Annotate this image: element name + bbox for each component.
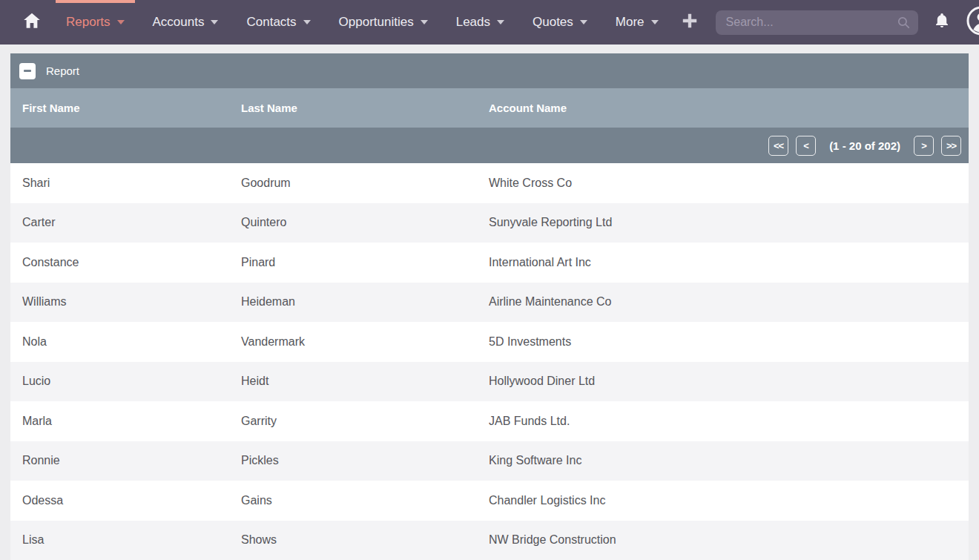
cell-account-name: King Software Inc <box>489 454 969 467</box>
cell-first-name: Shari <box>22 177 241 190</box>
cell-account-name: Airline Maintenance Co <box>489 295 969 309</box>
pagination-prev-button[interactable]: < <box>796 136 816 156</box>
pagination-last-button[interactable]: >> <box>941 136 961 156</box>
chevron-down-icon <box>651 20 659 24</box>
avatar <box>966 5 979 39</box>
cell-last-name: Goodrum <box>241 177 489 190</box>
report-panel: Report First Name Last Name Account Name… <box>10 53 969 560</box>
cell-account-name: 5D Investments <box>489 335 969 349</box>
nav-menu: Reports Accounts Contacts Opportunities … <box>52 0 673 45</box>
cell-last-name: Garrity <box>241 415 489 428</box>
cell-account-name: Chandler Logistics Inc <box>489 494 969 507</box>
cell-last-name: Heidt <box>241 375 489 388</box>
table-row: Williams Heideman Airline Maintenance Co <box>10 283 969 323</box>
nav-item-label: Opportunities <box>339 15 414 30</box>
top-navbar: Reports Accounts Contacts Opportunities … <box>0 0 979 45</box>
notifications-button[interactable] <box>930 0 954 45</box>
report-panel-header: Report <box>10 53 969 88</box>
search-input[interactable] <box>716 10 918 35</box>
panel-title: Report <box>46 65 79 77</box>
table-row: Lisa Shows NW Bridge Construction <box>10 521 969 560</box>
nav-item-label: Quotes <box>533 15 573 30</box>
cell-first-name: Ronnie <box>22 454 241 467</box>
table-row: Lucio Heidt Hollywood Diner Ltd <box>10 362 969 402</box>
cell-account-name: White Cross Co <box>489 177 969 190</box>
cell-last-name: Quintero <box>241 216 489 229</box>
chevron-down-icon <box>497 20 504 24</box>
cell-account-name: Hollywood Diner Ltd <box>489 375 969 388</box>
cell-account-name: NW Bridge Construction <box>489 533 969 547</box>
nav-item-opportunities[interactable]: Opportunities <box>329 0 438 45</box>
pagination-next-button[interactable]: > <box>914 136 934 156</box>
cell-first-name: Odessa <box>22 494 241 507</box>
nav-item-accounts[interactable]: Accounts <box>142 0 229 45</box>
cell-first-name: Carter <box>22 216 241 229</box>
column-header-account-name: Account Name <box>489 102 969 114</box>
search-box <box>716 10 918 35</box>
chevron-down-icon <box>211 20 218 24</box>
cell-last-name: Pinard <box>241 256 489 269</box>
cell-last-name: Heideman <box>241 295 489 309</box>
table-row: Marla Garrity JAB Funds Ltd. <box>10 401 969 441</box>
minus-icon <box>24 70 31 72</box>
cell-last-name: Pickles <box>241 454 489 467</box>
nav-item-label: Reports <box>66 15 111 30</box>
cell-first-name: Lisa <box>22 533 241 547</box>
nav-item-leads[interactable]: Leads <box>446 0 515 45</box>
nav-item-reports[interactable]: Reports <box>56 0 135 45</box>
table-row: Shari Goodrum White Cross Co <box>10 163 969 203</box>
cell-first-name: Constance <box>22 256 241 269</box>
cell-first-name: Nola <box>22 335 241 349</box>
nav-item-label: More <box>616 15 645 30</box>
nav-item-label: Accounts <box>153 15 205 30</box>
home-icon <box>22 11 42 33</box>
nav-item-label: Leads <box>456 15 490 30</box>
cell-account-name: Sunyvale Reporting Ltd <box>489 216 969 229</box>
bell-icon <box>933 12 951 33</box>
table-row: Nola Vandermark 5D Investments <box>10 322 969 362</box>
table-row: Ronnie Pickles King Software Inc <box>10 441 969 481</box>
pagination-first-button[interactable]: << <box>768 136 788 156</box>
cell-last-name: Gains <box>241 494 489 507</box>
column-header-first-name: First Name <box>22 102 241 114</box>
collapse-panel-button[interactable] <box>19 63 36 79</box>
table-row: Constance Pinard International Art Inc <box>10 243 969 283</box>
plus-icon <box>680 11 699 33</box>
chevron-down-icon <box>421 20 428 24</box>
column-header-last-name: Last Name <box>241 102 489 114</box>
nav-item-contacts[interactable]: Contacts <box>236 0 320 45</box>
cell-first-name: Lucio <box>22 375 241 388</box>
nav-item-more[interactable]: More <box>605 0 669 45</box>
table-column-headers: First Name Last Name Account Name <box>10 88 969 128</box>
table-row: Odessa Gains Chandler Logistics Inc <box>10 481 969 521</box>
cell-last-name: Vandermark <box>241 335 489 349</box>
chevron-down-icon <box>117 20 125 24</box>
nav-item-label: Contacts <box>246 15 296 30</box>
user-menu-button[interactable] <box>966 0 979 45</box>
cell-first-name: Williams <box>22 295 241 309</box>
nav-item-quotes[interactable]: Quotes <box>522 0 598 45</box>
table-body: Shari Goodrum White Cross Co Carter Quin… <box>10 163 969 560</box>
page-content: Report First Name Last Name Account Name… <box>0 45 979 560</box>
pagination-status: (1 - 20 of 202) <box>829 139 900 152</box>
table-row: Carter Quintero Sunyvale Reporting Ltd <box>10 203 969 243</box>
quick-create-button[interactable] <box>673 0 707 45</box>
cell-account-name: International Art Inc <box>489 256 969 269</box>
pagination-bar: << < (1 - 20 of 202) > >> <box>10 128 969 163</box>
chevron-down-icon <box>303 20 311 24</box>
chevron-down-icon <box>580 20 587 24</box>
cell-first-name: Marla <box>22 415 241 428</box>
search-icon[interactable] <box>897 16 911 30</box>
cell-account-name: JAB Funds Ltd. <box>489 415 969 428</box>
cell-last-name: Shows <box>241 533 489 547</box>
home-button[interactable] <box>12 0 52 45</box>
